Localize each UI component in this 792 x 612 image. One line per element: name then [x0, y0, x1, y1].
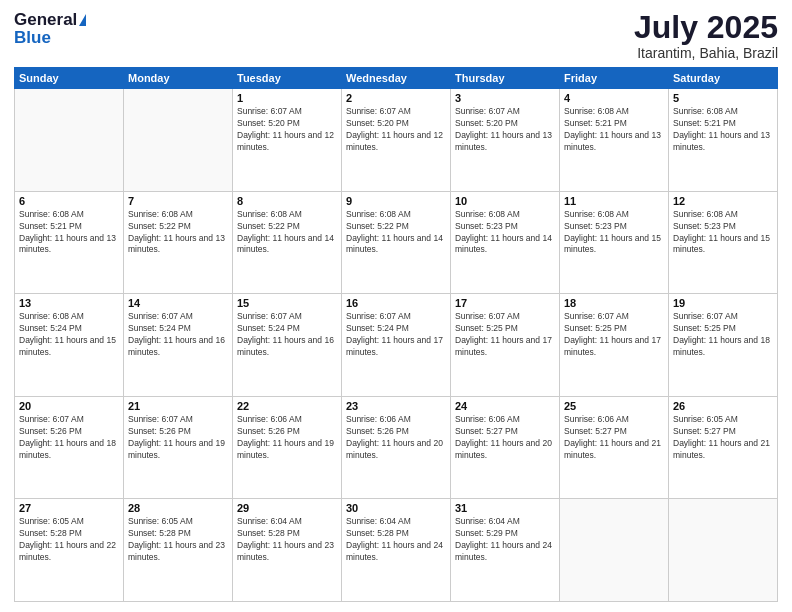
header: General Blue July 2025 Itarantim, Bahia,…: [14, 10, 778, 61]
table-row: [124, 89, 233, 192]
logo-general: General: [14, 10, 77, 30]
table-row: 24Sunrise: 6:06 AMSunset: 5:27 PMDayligh…: [451, 396, 560, 499]
header-wednesday: Wednesday: [342, 68, 451, 89]
day-info: Sunrise: 6:07 AMSunset: 5:26 PMDaylight:…: [128, 414, 228, 462]
header-friday: Friday: [560, 68, 669, 89]
day-info: Sunrise: 6:08 AMSunset: 5:21 PMDaylight:…: [673, 106, 773, 154]
day-info: Sunrise: 6:07 AMSunset: 5:20 PMDaylight:…: [346, 106, 446, 154]
table-row: 9Sunrise: 6:08 AMSunset: 5:22 PMDaylight…: [342, 191, 451, 294]
day-info: Sunrise: 6:07 AMSunset: 5:24 PMDaylight:…: [346, 311, 446, 359]
day-info: Sunrise: 6:08 AMSunset: 5:22 PMDaylight:…: [346, 209, 446, 257]
table-row: 16Sunrise: 6:07 AMSunset: 5:24 PMDayligh…: [342, 294, 451, 397]
day-number: 16: [346, 297, 446, 309]
day-info: Sunrise: 6:04 AMSunset: 5:28 PMDaylight:…: [237, 516, 337, 564]
table-row: 27Sunrise: 6:05 AMSunset: 5:28 PMDayligh…: [15, 499, 124, 602]
calendar-week-row: 6Sunrise: 6:08 AMSunset: 5:21 PMDaylight…: [15, 191, 778, 294]
day-number: 31: [455, 502, 555, 514]
table-row: 18Sunrise: 6:07 AMSunset: 5:25 PMDayligh…: [560, 294, 669, 397]
day-info: Sunrise: 6:07 AMSunset: 5:20 PMDaylight:…: [237, 106, 337, 154]
day-number: 14: [128, 297, 228, 309]
day-info: Sunrise: 6:06 AMSunset: 5:27 PMDaylight:…: [455, 414, 555, 462]
day-info: Sunrise: 6:08 AMSunset: 5:24 PMDaylight:…: [19, 311, 119, 359]
day-number: 27: [19, 502, 119, 514]
table-row: 6Sunrise: 6:08 AMSunset: 5:21 PMDaylight…: [15, 191, 124, 294]
day-number: 11: [564, 195, 664, 207]
calendar-week-row: 20Sunrise: 6:07 AMSunset: 5:26 PMDayligh…: [15, 396, 778, 499]
day-info: Sunrise: 6:07 AMSunset: 5:24 PMDaylight:…: [237, 311, 337, 359]
day-number: 9: [346, 195, 446, 207]
day-number: 19: [673, 297, 773, 309]
table-row: 19Sunrise: 6:07 AMSunset: 5:25 PMDayligh…: [669, 294, 778, 397]
day-info: Sunrise: 6:05 AMSunset: 5:27 PMDaylight:…: [673, 414, 773, 462]
day-info: Sunrise: 6:07 AMSunset: 5:24 PMDaylight:…: [128, 311, 228, 359]
day-number: 30: [346, 502, 446, 514]
table-row: 17Sunrise: 6:07 AMSunset: 5:25 PMDayligh…: [451, 294, 560, 397]
table-row: 31Sunrise: 6:04 AMSunset: 5:29 PMDayligh…: [451, 499, 560, 602]
day-number: 15: [237, 297, 337, 309]
logo: General Blue: [14, 10, 86, 48]
day-info: Sunrise: 6:05 AMSunset: 5:28 PMDaylight:…: [19, 516, 119, 564]
day-number: 7: [128, 195, 228, 207]
day-number: 4: [564, 92, 664, 104]
table-row: 5Sunrise: 6:08 AMSunset: 5:21 PMDaylight…: [669, 89, 778, 192]
day-info: Sunrise: 6:06 AMSunset: 5:27 PMDaylight:…: [564, 414, 664, 462]
day-info: Sunrise: 6:08 AMSunset: 5:23 PMDaylight:…: [455, 209, 555, 257]
day-number: 8: [237, 195, 337, 207]
title-section: July 2025 Itarantim, Bahia, Brazil: [634, 10, 778, 61]
calendar-week-row: 13Sunrise: 6:08 AMSunset: 5:24 PMDayligh…: [15, 294, 778, 397]
title-month: July 2025: [634, 10, 778, 45]
calendar-table: Sunday Monday Tuesday Wednesday Thursday…: [14, 67, 778, 602]
table-row: [15, 89, 124, 192]
calendar-header-row: Sunday Monday Tuesday Wednesday Thursday…: [15, 68, 778, 89]
table-row: 7Sunrise: 6:08 AMSunset: 5:22 PMDaylight…: [124, 191, 233, 294]
day-info: Sunrise: 6:08 AMSunset: 5:23 PMDaylight:…: [673, 209, 773, 257]
day-number: 18: [564, 297, 664, 309]
table-row: 15Sunrise: 6:07 AMSunset: 5:24 PMDayligh…: [233, 294, 342, 397]
day-number: 21: [128, 400, 228, 412]
day-number: 22: [237, 400, 337, 412]
day-number: 23: [346, 400, 446, 412]
day-number: 2: [346, 92, 446, 104]
table-row: 25Sunrise: 6:06 AMSunset: 5:27 PMDayligh…: [560, 396, 669, 499]
day-number: 10: [455, 195, 555, 207]
table-row: 8Sunrise: 6:08 AMSunset: 5:22 PMDaylight…: [233, 191, 342, 294]
header-tuesday: Tuesday: [233, 68, 342, 89]
day-number: 20: [19, 400, 119, 412]
table-row: 13Sunrise: 6:08 AMSunset: 5:24 PMDayligh…: [15, 294, 124, 397]
day-info: Sunrise: 6:07 AMSunset: 5:25 PMDaylight:…: [673, 311, 773, 359]
calendar-week-row: 27Sunrise: 6:05 AMSunset: 5:28 PMDayligh…: [15, 499, 778, 602]
day-info: Sunrise: 6:07 AMSunset: 5:25 PMDaylight:…: [564, 311, 664, 359]
title-location: Itarantim, Bahia, Brazil: [634, 45, 778, 61]
day-number: 17: [455, 297, 555, 309]
day-info: Sunrise: 6:05 AMSunset: 5:28 PMDaylight:…: [128, 516, 228, 564]
table-row: 10Sunrise: 6:08 AMSunset: 5:23 PMDayligh…: [451, 191, 560, 294]
page: General Blue July 2025 Itarantim, Bahia,…: [0, 0, 792, 612]
table-row: 29Sunrise: 6:04 AMSunset: 5:28 PMDayligh…: [233, 499, 342, 602]
day-number: 24: [455, 400, 555, 412]
table-row: [560, 499, 669, 602]
table-row: 11Sunrise: 6:08 AMSunset: 5:23 PMDayligh…: [560, 191, 669, 294]
logo-triangle-icon: [79, 14, 86, 26]
header-monday: Monday: [124, 68, 233, 89]
day-info: Sunrise: 6:07 AMSunset: 5:25 PMDaylight:…: [455, 311, 555, 359]
table-row: [669, 499, 778, 602]
header-sunday: Sunday: [15, 68, 124, 89]
day-number: 3: [455, 92, 555, 104]
table-row: 1Sunrise: 6:07 AMSunset: 5:20 PMDaylight…: [233, 89, 342, 192]
table-row: 20Sunrise: 6:07 AMSunset: 5:26 PMDayligh…: [15, 396, 124, 499]
day-info: Sunrise: 6:04 AMSunset: 5:29 PMDaylight:…: [455, 516, 555, 564]
day-info: Sunrise: 6:08 AMSunset: 5:21 PMDaylight:…: [19, 209, 119, 257]
day-info: Sunrise: 6:06 AMSunset: 5:26 PMDaylight:…: [237, 414, 337, 462]
table-row: 28Sunrise: 6:05 AMSunset: 5:28 PMDayligh…: [124, 499, 233, 602]
day-info: Sunrise: 6:07 AMSunset: 5:20 PMDaylight:…: [455, 106, 555, 154]
day-info: Sunrise: 6:08 AMSunset: 5:21 PMDaylight:…: [564, 106, 664, 154]
day-number: 5: [673, 92, 773, 104]
day-number: 29: [237, 502, 337, 514]
day-number: 1: [237, 92, 337, 104]
calendar-week-row: 1Sunrise: 6:07 AMSunset: 5:20 PMDaylight…: [15, 89, 778, 192]
day-info: Sunrise: 6:04 AMSunset: 5:28 PMDaylight:…: [346, 516, 446, 564]
table-row: 12Sunrise: 6:08 AMSunset: 5:23 PMDayligh…: [669, 191, 778, 294]
day-info: Sunrise: 6:08 AMSunset: 5:22 PMDaylight:…: [128, 209, 228, 257]
day-info: Sunrise: 6:06 AMSunset: 5:26 PMDaylight:…: [346, 414, 446, 462]
day-number: 12: [673, 195, 773, 207]
